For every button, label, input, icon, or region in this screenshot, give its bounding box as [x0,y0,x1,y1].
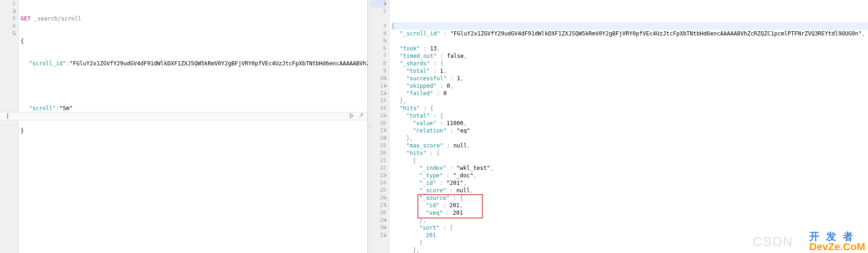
response-line: }, [391,97,868,105]
watermark-brand: 开 发 者 DevZe.CoM [809,232,865,252]
response-line: "value" : 11000, [391,119,868,127]
fold-icon[interactable]: ▾ [385,217,387,224]
response-gutter: ▾12 34▾56789▾10▾11▾121314▾1516▾17▾181920… [371,0,389,253]
watermark-brand-bottom: DevZe.CoM [809,242,865,252]
response-line: }, [391,134,868,142]
body-line: "scroll":"5m" [21,105,367,112]
line-number: 4 [371,30,386,37]
response-line: "_source" : { [391,194,868,202]
fold-icon[interactable]: ▾ [14,7,16,15]
request-gutter: 1 ▾2 3 4 ▴5 [0,0,19,253]
watermark-csdn: CSDN [753,234,793,249]
fold-icon[interactable]: ▾ [385,172,387,179]
fold-icon[interactable]: ▴ [14,30,16,37]
body-line: "scroll_id":"FGluY2x1ZGVfY29udGV4dF91dWl… [21,60,367,67]
line-number: 7 [371,52,386,60]
response-line: ] [391,239,868,246]
fold-icon[interactable]: ▾ [385,37,387,45]
response-line: "total" : { [391,112,868,119]
line-number: 13 [371,97,386,105]
line-number: ▾1 [371,0,386,7]
body-line: { [21,37,367,45]
http-method: GET [21,15,31,22]
response-line: { [391,157,868,164]
response-line: }, [391,246,868,253]
line-number: ▾23 [371,172,386,179]
response-line-cont [391,37,868,45]
line-number: 19 [371,142,386,149]
response-line: "total" : 1, [391,67,868,75]
response-line: "skipped" : 0, [391,82,868,90]
fold-icon[interactable]: ▾ [385,232,387,239]
line-number: 25 [371,187,386,194]
watermark-brand-top: 开 发 者 [809,232,865,242]
response-line: "seq" : 201 [391,209,868,217]
response-line: "id" : 201, [391,202,868,209]
response-code[interactable]: {"_scroll_id" : "FGluY2x1ZGVfY29udGV4dF9… [389,0,868,253]
line-number: ▾18 [371,134,386,142]
line-number: ▾30 [371,224,386,232]
response-line: "max_score" : null, [391,142,868,149]
line-number: ▾29 [371,217,386,224]
action-bar [0,112,367,120]
fold-icon[interactable]: ▾ [385,90,387,97]
response-line: "_type" : "_doc", [391,172,868,179]
line-number: ▾15 [371,112,386,119]
fold-icon[interactable]: ▾ [385,127,387,134]
line-number: ▾31 [371,232,386,239]
response-line: "_index" : "wkl_test", [391,164,868,172]
fold-icon[interactable]: ▾ [385,112,387,119]
response-line: "_id" : "201", [391,179,868,187]
line-number: 8 [371,60,386,67]
response-line: "timed_out" : false, [391,52,868,60]
body-line: } [21,127,367,134]
run-icon[interactable] [349,113,354,120]
line-number: 24 [371,179,386,187]
line-number: 2 [371,7,386,15]
line-number: ▾17 [371,127,386,134]
fold-icon[interactable]: ▾ [385,224,387,232]
response-line: "_score" : null, [391,187,868,194]
fold-icon[interactable]: ▾ [385,194,387,202]
line-number: 14 [371,105,386,112]
editor-cursor-line[interactable] [4,112,345,120]
line-number: 6 [371,45,386,52]
response-line: 201 [391,232,868,239]
line-number: ▾26 [371,194,386,202]
request-path: _search/scroll [34,15,81,22]
request-editor-pane: 1 ▾2 3 4 ▴5 GET _search/scroll { "scroll… [0,0,368,253]
line-number: 9 [371,67,386,75]
fold-icon[interactable]: ▾ [385,0,387,7]
response-line: "hits" : { [391,105,868,112]
wrench-icon[interactable] [358,113,364,120]
fold-icon[interactable]: ▾ [385,82,387,90]
response-line: "_shards" : { [391,60,868,67]
response-line: "took" : 13, [391,45,868,52]
body-line-cont [21,82,367,90]
line-number: 3 [371,22,386,30]
fold-icon[interactable]: ▾ [385,202,387,209]
line-number: 20 [371,149,386,157]
line-number: 16 [371,119,386,127]
line-number: ▾27 [371,202,386,209]
response-line: "sort" : [ [391,224,868,232]
request-code[interactable]: GET _search/scroll { "scroll_id":"FGluY2… [19,0,367,253]
response-line: "relation" : "eq" [391,127,868,134]
line-number: 28 [371,209,386,217]
response-line: }, [391,217,868,224]
response-line: { [391,22,868,30]
response-viewer-pane: ▾12 34▾56789▾10▾11▾121314▾1516▾17▾181920… [371,0,868,253]
line-number: ▾10 [371,75,386,82]
line-number: 22 [371,164,386,172]
response-line: "_scroll_id" : "FGluY2x1ZGVfY29udGV4dF91… [391,30,868,37]
response-line: "hits" : [ [391,149,868,157]
line-number: ▾11 [371,82,386,90]
line-number: ▾5 [371,37,386,45]
response-line: "failed" : 0 [391,90,868,97]
response-line: "successful" : 1, [391,75,868,82]
fold-icon[interactable]: ▾ [385,134,387,142]
line-number: ▾12 [371,90,386,97]
fold-icon[interactable]: ▾ [385,75,387,82]
line-number: 21 [371,157,386,164]
